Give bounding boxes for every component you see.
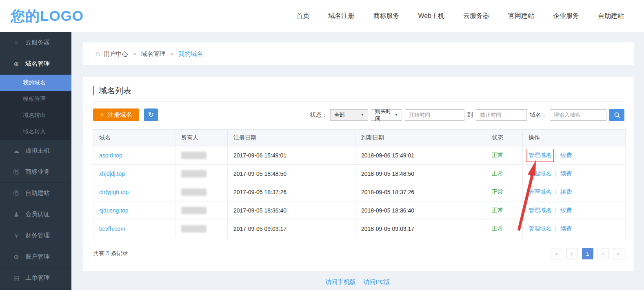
- action-separator: |: [555, 170, 557, 177]
- renew-link[interactable]: 续费: [560, 225, 572, 232]
- end-date-input[interactable]: [476, 109, 527, 121]
- expiry-date: 2018-09-05 09:03:17: [355, 220, 486, 238]
- table-row: xhjdjdj.top 2017-09-05 18:48:50 2018-09-…: [93, 165, 626, 183]
- breadcrumb-domain-management[interactable]: 域名管理: [141, 50, 165, 58]
- domain-link[interactable]: sjdusng.top: [99, 207, 129, 214]
- sidebar-item-label: 商标业务: [25, 168, 50, 176]
- sidebar-subitem-template-management[interactable]: 模板管理: [0, 91, 71, 107]
- chevron-down-icon: ▼: [395, 113, 398, 117]
- sidebar-submenu: 我的域名 模板管理 域名转出 域名转入: [0, 75, 71, 140]
- manage-domain-link[interactable]: 管理域名: [529, 152, 551, 158]
- pagination-last-button[interactable]: »|: [613, 248, 624, 259]
- breadcrumb-user-center[interactable]: 用户中心: [104, 50, 128, 58]
- domain-link[interactable]: cfrfyjfgh.top: [99, 189, 129, 195]
- sidebar-item-virtual-host[interactable]: ☁ 虚拟主机: [0, 140, 71, 162]
- domain-search-input[interactable]: [550, 109, 606, 121]
- domain-link[interactable]: bcvfh.com: [99, 226, 125, 232]
- nav-self-build[interactable]: 自助建站: [588, 12, 633, 20]
- nav-domain-register[interactable]: 域名注册: [319, 12, 364, 20]
- cloud-host-icon: ☁: [12, 147, 20, 155]
- owner-redacted: [181, 152, 207, 159]
- start-date-input[interactable]: [405, 109, 464, 121]
- member-icon: ♟: [12, 211, 20, 218]
- sidebar-item-account-management[interactable]: ⚙ 账户管理: [0, 246, 71, 268]
- refresh-icon: ↻: [148, 111, 154, 119]
- sidebar-subitem-domain-transfer-out[interactable]: 域名转出: [0, 107, 71, 124]
- sidebar-item-label: 虚拟主机: [25, 147, 50, 155]
- domain-link[interactable]: asoid.top: [99, 152, 122, 159]
- registered-date: 2017-09-06 15:49:01: [228, 146, 355, 165]
- pagination-first-button[interactable]: |«: [551, 248, 562, 259]
- domain-link[interactable]: xhjdjdj.top: [99, 170, 125, 177]
- owner-redacted: [181, 188, 207, 196]
- sidebar-subitem-my-domains[interactable]: 我的域名: [0, 75, 71, 91]
- manage-domain-link[interactable]: 管理域名: [529, 170, 551, 177]
- sidebar-item-label: 会员认证: [25, 210, 50, 218]
- sidebar-item-member-verification[interactable]: ♟ 会员认证: [0, 204, 71, 225]
- nav-home[interactable]: 首页: [287, 12, 319, 20]
- toolbar: + 注册域名 ↻ 状态： 全部 ▼ 购买时间 ▼ 到: [93, 108, 624, 121]
- nav-trademark-service[interactable]: 商标服务: [364, 12, 409, 20]
- pagination-next-button[interactable]: ›|: [597, 248, 609, 259]
- sidebar-item-self-build-site[interactable]: ⓔ 自助建站: [0, 183, 71, 204]
- time-type-select[interactable]: 购买时间 ▼: [371, 109, 402, 121]
- record-count-prefix: 共有: [93, 250, 104, 257]
- manage-domain-link[interactable]: 管理域名: [529, 225, 551, 232]
- nav-website-build[interactable]: 官网建站: [499, 12, 544, 20]
- sidebar-item-trademark-business[interactable]: Ⓡ 商标业务: [0, 162, 71, 183]
- refresh-button[interactable]: ↻: [144, 108, 158, 121]
- manage-domain-link[interactable]: 管理域名: [529, 188, 551, 195]
- status-badge: 正常: [492, 225, 503, 232]
- trademark-icon: Ⓡ: [12, 168, 20, 176]
- status-badge: 正常: [492, 207, 503, 213]
- selfsite-icon: ⓔ: [12, 189, 20, 197]
- expiry-date: 2018-09-06 15:49:01: [355, 146, 486, 165]
- home-icon: ⌂: [95, 50, 100, 58]
- renew-link[interactable]: 续费: [560, 188, 572, 195]
- logo[interactable]: 您的LOGO: [11, 7, 84, 26]
- nav-enterprise-service[interactable]: 企业服务: [544, 12, 588, 20]
- sidebar-item-ticket-management[interactable]: ▤ 工单管理: [0, 268, 71, 289]
- sidebar-item-label: 账户管理: [25, 253, 50, 261]
- pc-version-link[interactable]: 访问PC版: [363, 278, 390, 285]
- sidebar-item-finance-management[interactable]: ¥ 财务管理: [0, 225, 71, 246]
- sidebar-item-label: 财务管理: [25, 232, 50, 239]
- nav-cloud-server[interactable]: 云服务器: [454, 12, 499, 20]
- renew-link[interactable]: 续费: [560, 152, 572, 158]
- ticket-icon: ▤: [12, 275, 20, 282]
- renew-link[interactable]: 续费: [560, 207, 572, 213]
- pagination-prev-button[interactable]: |‹: [566, 248, 578, 259]
- status-select-value: 全部: [334, 111, 345, 119]
- domain-filter-label: 域名：: [530, 111, 547, 119]
- action-separator: |: [555, 225, 557, 232]
- page-title: 域名列表: [93, 86, 624, 95]
- registered-date: 2017-09-05 18:37:26: [228, 183, 355, 201]
- search-button[interactable]: [609, 109, 624, 121]
- breadcrumb-separator: >: [170, 51, 173, 57]
- filter-bar: 状态： 全部 ▼ 购买时间 ▼ 到 域名：: [310, 109, 624, 121]
- register-domain-button[interactable]: + 注册域名: [93, 108, 139, 121]
- mobile-version-link[interactable]: 访问手机版: [325, 278, 356, 285]
- time-type-value: 购买时间: [375, 108, 392, 122]
- sidebar-subitem-domain-transfer-in[interactable]: 域名转入: [0, 124, 71, 140]
- status-select[interactable]: 全部 ▼: [330, 109, 368, 121]
- col-header-owner: 所有人: [175, 130, 228, 146]
- manage-domain-link[interactable]: 管理域名: [529, 207, 551, 213]
- col-header-domain: 域名: [93, 130, 175, 146]
- status-badge: 正常: [492, 170, 503, 177]
- action-separator: |: [555, 207, 557, 213]
- renew-link[interactable]: 续费: [560, 170, 572, 177]
- record-count-suffix: 条记录: [111, 250, 128, 257]
- nav-web-hosting[interactable]: Web主机: [409, 12, 454, 20]
- action-separator: |: [555, 152, 557, 158]
- pagination-page-1-button[interactable]: 1: [582, 248, 593, 259]
- expiry-date: 2018-09-05 18:37:26: [355, 183, 486, 201]
- chevron-down-icon: ▼: [361, 113, 364, 117]
- sidebar-item-cloud-server[interactable]: ≡ 云服务器: [0, 32, 71, 53]
- sidebar-item-domain-management[interactable]: ⊕ 域名管理: [0, 53, 71, 75]
- subitem-label: 我的域名: [23, 79, 46, 86]
- expiry-date: 2018-09-05 18:48:50: [355, 165, 486, 183]
- domain-list-panel: 域名列表 + 注册域名 ↻ 状态： 全部 ▼ 购买时间: [83, 77, 634, 271]
- owner-redacted: [181, 170, 207, 177]
- breadcrumb-my-domains[interactable]: 我的域名: [178, 50, 203, 58]
